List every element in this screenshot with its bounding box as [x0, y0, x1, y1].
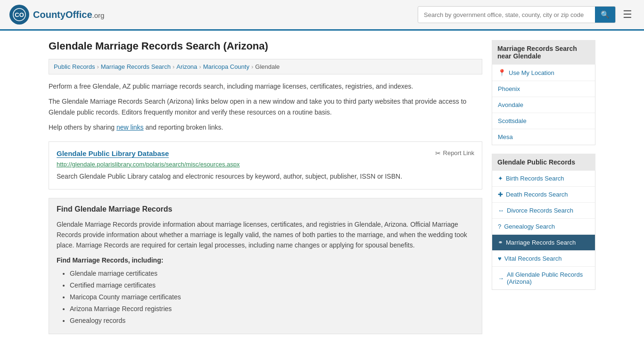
- main-container: Glendale Marriage Records Search (Arizon…: [39, 31, 605, 344]
- death-records-link[interactable]: ✚ Death Records Search: [492, 187, 595, 202]
- sidebar-records-list: ✦ Birth Records Search ✚ Death Records S…: [492, 171, 595, 290]
- genealogy-link[interactable]: ? Genealogy Search: [492, 219, 595, 234]
- resource-header: Glendale Public Library Database ✂ Repor…: [57, 149, 474, 158]
- marriage-records-label: Marriage Records Search: [506, 239, 576, 246]
- header-right: 🔍 ☰: [418, 6, 635, 23]
- sidebar-vital-records[interactable]: ♥ Vital Records Search: [492, 251, 595, 267]
- resource-description: Search Glendale Public Library catalog a…: [57, 172, 474, 181]
- scissors-icon: ✂: [435, 149, 441, 157]
- description-3-suffix: and reporting broken links.: [144, 123, 223, 131]
- divorce-records-link[interactable]: ↔ Divorce Records Search: [492, 203, 595, 218]
- new-links-link[interactable]: new links: [116, 123, 144, 131]
- birth-records-link[interactable]: ✦ Birth Records Search: [492, 171, 595, 186]
- breadcrumb-maricopa[interactable]: Maricopa County: [203, 63, 249, 70]
- birth-records-label: Birth Records Search: [506, 175, 564, 182]
- marriage-icon: ⚭: [498, 239, 503, 246]
- sidebar: Marriage Records Search near Glendale 📍 …: [492, 40, 595, 334]
- sidebar-use-location[interactable]: 📍 Use My Location: [492, 65, 595, 81]
- breadcrumb-sep-1: ›: [97, 63, 99, 70]
- vital-icon: ♥: [498, 255, 502, 262]
- search-input[interactable]: [418, 8, 595, 22]
- find-section-desc: Glendale Marriage Records provide inform…: [57, 219, 474, 251]
- breadcrumb-sep-3: ›: [199, 63, 201, 70]
- sidebar-records-title: Glendale Public Records: [492, 154, 595, 171]
- sidebar-marriage-records[interactable]: ⚭ Marriage Records Search: [492, 235, 595, 251]
- vital-records-label: Vital Records Search: [504, 255, 562, 262]
- find-section-subtitle: Find Marriage Records, including:: [57, 256, 474, 264]
- find-section: Find Glendale Marriage Records Glendale …: [49, 198, 482, 334]
- death-records-label: Death Records Search: [506, 191, 568, 198]
- breadcrumb-arizona[interactable]: Arizona: [176, 63, 197, 70]
- sidebar-all-records[interactable]: → All Glendale Public Records (Arizona): [492, 267, 595, 289]
- list-item: Glendale marriage certificates: [70, 268, 474, 280]
- breadcrumb-public-records[interactable]: Public Records: [54, 63, 95, 70]
- marriage-records-link[interactable]: ⚭ Marriage Records Search: [492, 235, 595, 250]
- mesa-link[interactable]: Mesa: [492, 129, 595, 145]
- report-link[interactable]: ✂ Report Link: [435, 149, 474, 157]
- use-my-location-link[interactable]: 📍 Use My Location: [492, 65, 595, 81]
- list-item: Maricopa County marriage certificates: [70, 291, 474, 303]
- avondale-link[interactable]: Avondale: [492, 97, 595, 113]
- sidebar-records-section: Glendale Public Records ✦ Birth Records …: [492, 154, 595, 290]
- breadcrumb-marriage-records[interactable]: Marriage Records Search: [101, 63, 171, 70]
- page-title: Glendale Marriage Records Search (Arizon…: [49, 40, 482, 52]
- breadcrumb-sep-4: ›: [251, 63, 253, 70]
- resource-title-link[interactable]: Glendale Public Library Database: [57, 149, 169, 158]
- birth-icon: ✦: [498, 175, 503, 182]
- content-area: Glendale Marriage Records Search (Arizon…: [49, 40, 482, 334]
- description-3-prefix: Help others by sharing: [49, 123, 116, 131]
- logo-area: CO CountyOffice.org: [9, 5, 104, 25]
- resource-card: Glendale Public Library Database ✂ Repor…: [49, 141, 482, 189]
- logo-text: CountyOffice.org: [33, 9, 104, 20]
- sidebar-genealogy[interactable]: ? Genealogy Search: [492, 219, 595, 235]
- sidebar-nearby-section: Marriage Records Search near Glendale 📍 …: [492, 40, 595, 145]
- sidebar-birth-records[interactable]: ✦ Birth Records Search: [492, 171, 595, 187]
- list-item: Genealogy records: [70, 315, 474, 327]
- sidebar-nearby-title: Marriage Records Search near Glendale: [492, 40, 595, 65]
- location-icon: 📍: [498, 69, 506, 76]
- description-1: Perform a free Glendale, AZ public marri…: [49, 81, 482, 91]
- scottsdale-link[interactable]: Scottsdale: [492, 113, 595, 129]
- sidebar-divorce-records[interactable]: ↔ Divorce Records Search: [492, 203, 595, 219]
- sidebar-item-mesa[interactable]: Mesa: [492, 129, 595, 145]
- find-section-title: Find Glendale Marriage Records: [57, 205, 474, 214]
- sidebar-item-scottsdale[interactable]: Scottsdale: [492, 113, 595, 129]
- all-records-icon: →: [498, 275, 504, 282]
- site-header: CO CountyOffice.org 🔍 ☰: [0, 0, 644, 31]
- sidebar-death-records[interactable]: ✚ Death Records Search: [492, 187, 595, 203]
- list-item: Certified marriage certificates: [70, 280, 474, 291]
- search-button[interactable]: 🔍: [595, 7, 615, 23]
- breadcrumb: Public Records › Marriage Records Search…: [49, 59, 482, 74]
- sidebar-item-phoenix[interactable]: Phoenix: [492, 81, 595, 97]
- sidebar-item-avondale[interactable]: Avondale: [492, 97, 595, 113]
- list-item: Arizona Marriage Record registries: [70, 303, 474, 315]
- all-records-link[interactable]: → All Glendale Public Records (Arizona): [492, 267, 595, 289]
- find-list: Glendale marriage certificates Certified…: [57, 268, 474, 327]
- genealogy-icon: ?: [498, 223, 501, 230]
- phoenix-link[interactable]: Phoenix: [492, 81, 595, 97]
- divorce-records-label: Divorce Records Search: [507, 207, 573, 214]
- genealogy-label: Genealogy Search: [504, 223, 555, 230]
- search-bar: 🔍: [418, 6, 616, 23]
- logo-icon: CO: [9, 5, 29, 25]
- vital-records-link[interactable]: ♥ Vital Records Search: [492, 251, 595, 266]
- description-2: The Glendale Marriage Records Search (Ar…: [49, 96, 482, 117]
- breadcrumb-glendale: Glendale: [255, 63, 280, 70]
- report-link-label: Report Link: [443, 149, 474, 156]
- death-icon: ✚: [498, 191, 503, 198]
- hamburger-menu-icon[interactable]: ☰: [620, 6, 635, 23]
- sidebar-nearby-list: 📍 Use My Location Phoenix Avondale Scott…: [492, 65, 595, 145]
- use-my-location-label: Use My Location: [509, 69, 554, 76]
- breadcrumb-sep-2: ›: [173, 63, 174, 70]
- all-records-label: All Glendale Public Records (Arizona): [507, 271, 589, 285]
- divorce-icon: ↔: [498, 207, 504, 214]
- description-3: Help others by sharing new links and rep…: [49, 122, 482, 132]
- svg-text:CO: CO: [15, 11, 24, 18]
- resource-url[interactable]: http://glendale.polarislibrary.com/polar…: [57, 161, 474, 168]
